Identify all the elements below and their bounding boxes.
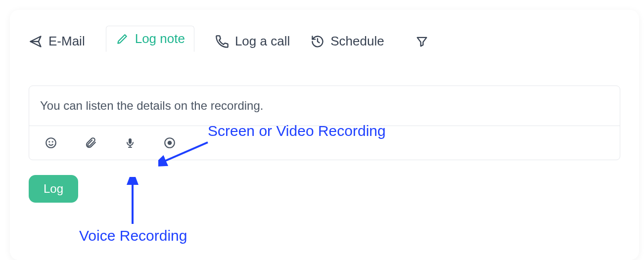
tab-label: Schedule bbox=[330, 34, 384, 49]
activity-card: E-Mail Log note Log a call Schedule bbox=[10, 10, 639, 260]
screen-record-button[interactable] bbox=[162, 135, 178, 151]
log-button[interactable]: Log bbox=[29, 175, 78, 203]
tab-label: Log note bbox=[135, 31, 185, 46]
record-icon bbox=[163, 136, 176, 149]
filter-button[interactable] bbox=[415, 35, 429, 48]
send-icon bbox=[29, 35, 43, 48]
tabs: E-Mail Log note Log a call Schedule bbox=[10, 10, 639, 52]
attachment-button[interactable] bbox=[83, 135, 98, 151]
smiley-icon bbox=[45, 136, 57, 149]
voice-record-button[interactable] bbox=[122, 135, 138, 151]
filter-icon bbox=[415, 35, 429, 48]
microphone-icon bbox=[124, 137, 136, 149]
note-composer: You can listen the details on the record… bbox=[29, 86, 620, 160]
pencil-icon bbox=[115, 32, 129, 46]
svg-point-2 bbox=[52, 141, 53, 142]
note-textarea[interactable]: You can listen the details on the record… bbox=[29, 86, 620, 126]
history-icon bbox=[311, 35, 324, 48]
paperclip-icon bbox=[84, 136, 97, 149]
svg-point-4 bbox=[168, 141, 172, 145]
tab-schedule[interactable]: Schedule bbox=[311, 34, 384, 49]
tab-label: E-Mail bbox=[48, 34, 85, 49]
composer-toolbar bbox=[29, 126, 620, 160]
tab-email[interactable]: E-Mail bbox=[29, 34, 85, 49]
tab-log-note[interactable]: Log note bbox=[106, 26, 194, 52]
tab-label: Log a call bbox=[235, 34, 290, 49]
svg-point-1 bbox=[49, 141, 49, 142]
phone-icon bbox=[215, 35, 229, 48]
tab-log-call[interactable]: Log a call bbox=[215, 34, 290, 49]
svg-point-0 bbox=[46, 138, 56, 148]
emoji-button[interactable] bbox=[43, 135, 59, 151]
